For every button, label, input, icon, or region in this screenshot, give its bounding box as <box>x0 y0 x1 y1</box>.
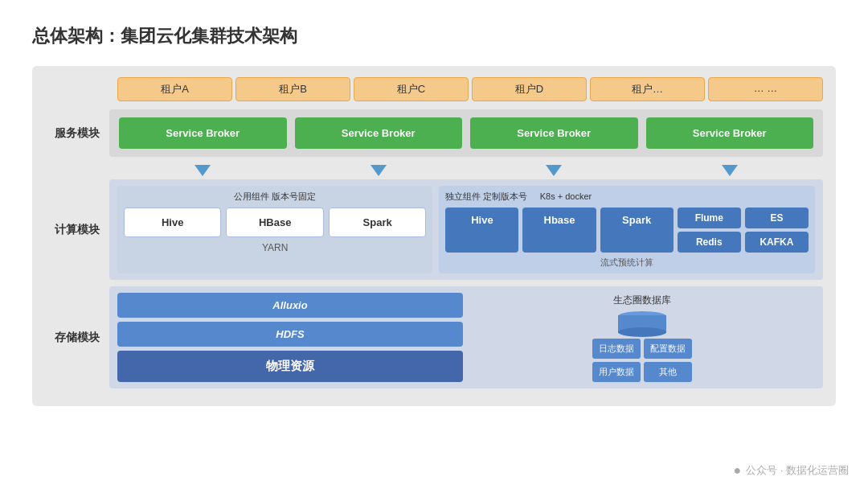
eco-db-grid: 日志数据 配置数据 用户数据 其他 <box>592 339 692 382</box>
wechat-icon: ● <box>733 463 741 478</box>
db-cylinder-icon <box>618 311 666 337</box>
service-row-content: Service Broker Service Broker Service Br… <box>109 109 823 157</box>
service-broker-1: Service Broker <box>119 117 287 149</box>
service-module-label: 服务模块 <box>45 109 109 157</box>
storage-alluxio: Alluxio <box>117 293 463 318</box>
storage-left-panel: Alluxio HDFS 物理资源 <box>117 293 463 382</box>
service-broker-4: Service Broker <box>646 117 814 149</box>
compute-right-row1: Hive Hbase Spark Flume Redis ES KAFKA <box>445 208 809 253</box>
eco-db-label: 生态圈数据库 <box>613 294 671 307</box>
arrow-content <box>109 163 823 176</box>
storage-row-content: Alluxio HDFS 物理资源 生态圈数据库 日志数据 配置数据 <box>109 286 823 388</box>
tenant-c: 租户C <box>354 77 469 101</box>
compute-right-panel: 独立组件 定制版本号 K8s + docker Hive Hbase Spark… <box>439 186 815 273</box>
tenant-a: 租户A <box>117 77 232 101</box>
compute-hive: Hive <box>124 208 221 237</box>
storage-module-label: 存储模块 <box>45 286 109 388</box>
architecture-diagram: 租户A 租户B 租户C 租户D 租户… … … 服务模块 Service Bro… <box>32 66 836 406</box>
compute-module-row: 计算模块 公用组件 版本号固定 Hive HBase Spark YARN 独立… <box>45 179 823 280</box>
compute-hbase: HBase <box>226 208 323 237</box>
tenant-row: 租户A 租户B 租户C 租户D 租户… … … <box>45 77 823 101</box>
storage-right-panel: 生态圈数据库 日志数据 配置数据 用户数据 其他 <box>469 293 815 382</box>
arrow-4 <box>646 163 814 176</box>
compute-es: ES <box>745 208 809 228</box>
page-title: 总体架构：集团云化集群技术架构 <box>32 24 836 48</box>
compute-right-hbase: Hbase <box>522 208 596 253</box>
arrow-3 <box>470 163 638 176</box>
eco-db-user: 用户数据 <box>592 362 641 382</box>
tenant-e: 租户… <box>590 77 705 101</box>
compute-flume: Flume <box>678 208 741 228</box>
compute-spark: Spark <box>329 208 426 237</box>
arrow-2 <box>295 163 463 176</box>
compute-right-spark: Spark <box>600 208 674 253</box>
eco-db-other: 其他 <box>644 362 692 382</box>
stream-label: 流式预统计算 <box>445 257 809 269</box>
storage-hdfs: HDFS <box>117 322 463 347</box>
page-container: 总体架构：集团云化集群技术架构 租户A 租户B 租户C 租户D 租户… … … … <box>0 0 868 489</box>
compute-right-hive: Hive <box>445 208 518 253</box>
compute-left-header: 公用组件 版本号固定 <box>124 191 426 203</box>
compute-right-header: 独立组件 定制版本号 K8s + docker <box>445 191 809 203</box>
tenant-b: 租户B <box>235 77 350 101</box>
compute-left-panel: 公用组件 版本号固定 Hive HBase Spark YARN <box>117 186 432 273</box>
compute-kafka: KAFKA <box>745 232 809 253</box>
k8s-label: K8s + docker <box>540 191 592 201</box>
tenant-dots: … … <box>708 77 823 101</box>
compute-right-header-text: 独立组件 定制版本号 <box>445 191 527 201</box>
service-broker-3: Service Broker <box>470 117 638 149</box>
footer: ● 公众号 · 数据化运营圈 <box>733 463 849 478</box>
eco-db-log: 日志数据 <box>592 339 641 359</box>
service-module-row: 服务模块 Service Broker Service Broker Servi… <box>45 109 823 157</box>
storage-module-row: 存储模块 Alluxio HDFS 物理资源 生态圈数据库 <box>45 286 823 388</box>
arrow-row <box>45 163 823 176</box>
compute-module-label: 计算模块 <box>45 179 109 280</box>
compute-redis: Redis <box>678 232 741 253</box>
footer-text: 公众号 · 数据化运营圈 <box>746 463 849 478</box>
storage-physical: 物理资源 <box>117 351 463 382</box>
eco-db-config: 配置数据 <box>644 339 692 359</box>
compute-left-boxes: Hive HBase Spark <box>124 208 426 237</box>
tenant-boxes: 租户A 租户B 租户C 租户D 租户… … … <box>117 77 823 101</box>
arrow-1 <box>119 163 287 176</box>
tenant-d: 租户D <box>472 77 587 101</box>
service-broker-2: Service Broker <box>295 117 463 149</box>
compute-row-content: 公用组件 版本号固定 Hive HBase Spark YARN 独立组件 定制… <box>109 179 823 280</box>
yarn-label: YARN <box>124 242 426 253</box>
